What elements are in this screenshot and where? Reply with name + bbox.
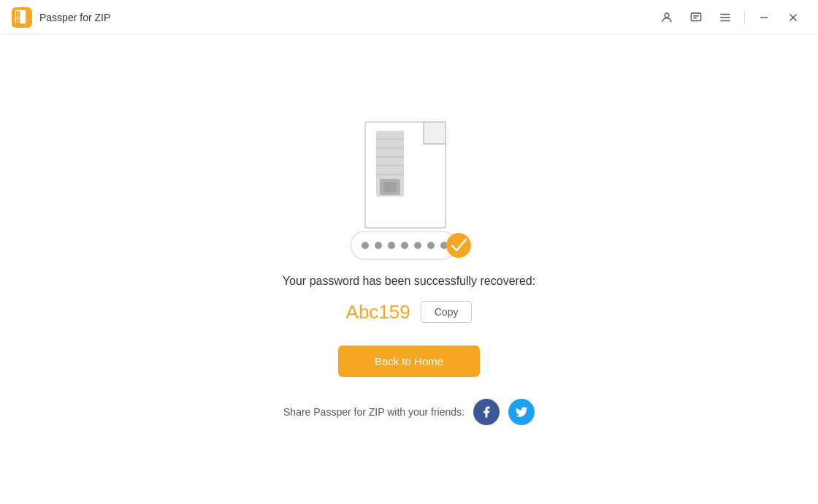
zip-illustration bbox=[343, 115, 475, 264]
main-content: Your password has been successfully reco… bbox=[0, 35, 818, 504]
svg-rect-8 bbox=[691, 13, 701, 21]
svg-point-26 bbox=[414, 242, 421, 249]
svg-point-22 bbox=[362, 242, 369, 249]
svg-rect-2 bbox=[18, 12, 18, 14]
menu-icon[interactable] bbox=[712, 4, 738, 31]
svg-point-27 bbox=[427, 242, 435, 249]
svg-rect-6 bbox=[16, 17, 20, 20]
svg-point-23 bbox=[375, 242, 382, 249]
share-text: Share Passper for ZIP with your friends: bbox=[283, 406, 465, 418]
svg-point-7 bbox=[665, 13, 669, 18]
recovered-password: Abc159 bbox=[346, 301, 410, 324]
user-icon[interactable] bbox=[654, 4, 680, 31]
svg-point-24 bbox=[388, 242, 395, 249]
copy-button[interactable]: Copy bbox=[421, 301, 473, 323]
title-bar-left: Passper for ZIP bbox=[12, 7, 654, 28]
twitter-button[interactable] bbox=[508, 399, 535, 425]
title-bar: Passper for ZIP bbox=[0, 0, 818, 35]
app-title: Passper for ZIP bbox=[39, 12, 110, 23]
facebook-button[interactable] bbox=[473, 399, 500, 425]
minimize-button[interactable] bbox=[751, 4, 777, 31]
svg-point-29 bbox=[446, 233, 471, 258]
svg-rect-3 bbox=[18, 15, 18, 17]
share-row: Share Passper for ZIP with your friends: bbox=[283, 399, 535, 425]
success-message: Your password has been successfully reco… bbox=[283, 275, 535, 288]
separator bbox=[744, 10, 745, 25]
svg-point-25 bbox=[401, 242, 408, 249]
svg-rect-5 bbox=[18, 21, 18, 23]
chat-icon[interactable] bbox=[683, 4, 709, 31]
close-button[interactable] bbox=[780, 4, 806, 31]
title-bar-controls bbox=[654, 4, 806, 31]
app-icon bbox=[12, 7, 32, 28]
password-result: Abc159 Copy bbox=[346, 301, 473, 324]
back-to-home-button[interactable]: Back to Home bbox=[338, 345, 480, 377]
svg-rect-20 bbox=[383, 182, 397, 192]
